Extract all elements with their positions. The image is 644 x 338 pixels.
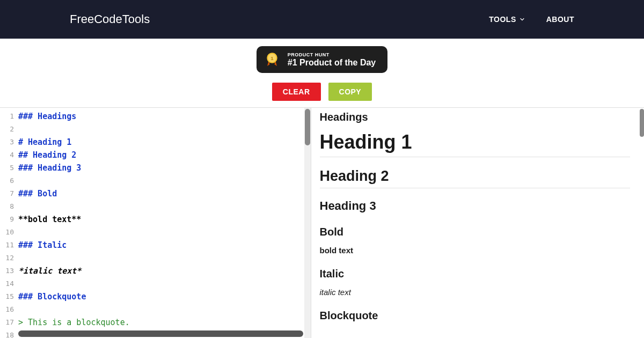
line-number: 15 [0,290,14,303]
code-line[interactable]: ### Bold [18,187,311,200]
line-number: 14 [0,277,14,290]
line-number: 17 [0,316,14,329]
editor-vscroll-thumb[interactable] [305,109,310,145]
line-number: 7 [0,187,14,200]
line-gutter: 123456789101112131415161718 [0,108,16,338]
line-number: 8 [0,200,14,213]
line-number: 10 [0,226,14,239]
line-number: 5 [0,161,14,174]
preview-vscrollbar[interactable] [640,108,644,338]
line-number: 9 [0,213,14,226]
badge-text: PRODUCT HUNT #1 Product of the Day [288,52,376,68]
line-number: 18 [0,329,14,338]
preview-h2: Heading 2 [320,168,631,188]
code-line[interactable]: ### Headings [18,110,311,123]
preview-vscroll-thumb[interactable] [640,109,644,137]
line-number: 3 [0,136,14,149]
code-line[interactable]: # Heading 1 [18,136,311,149]
editor-hscrollbar[interactable] [18,330,303,337]
nav-about[interactable]: ABOUT [546,15,574,24]
preview-h3: Heading 3 [320,199,631,213]
code-line[interactable]: ### Blockquote [18,290,311,303]
nav-tools[interactable]: TOOLS [489,15,524,24]
line-number: 1 [0,110,14,123]
line-number: 6 [0,174,14,187]
code-line[interactable] [18,174,311,187]
line-number: 11 [0,239,14,252]
badge-label: PRODUCT HUNT [288,52,376,57]
line-number: 16 [0,303,14,316]
line-number: 4 [0,149,14,161]
preview-italic-text: italic text [320,288,631,297]
code-line[interactable]: > This is a blockquote. [18,316,311,329]
code-line[interactable]: ### Italic [18,239,311,252]
markdown-preview: Headings Heading 1 Heading 2 Heading 3 B… [311,108,645,338]
code-line[interactable] [18,123,311,136]
code-line[interactable] [18,252,311,264]
svg-text:1: 1 [270,55,274,61]
preview-section-bold: Bold [320,226,631,238]
badge-container: 1 PRODUCT HUNT #1 Product of the Day [0,46,644,73]
top-header: FreeCodeTools TOOLS ABOUT [0,0,644,39]
product-hunt-badge[interactable]: 1 PRODUCT HUNT #1 Product of the Day [257,46,387,73]
nav: TOOLS ABOUT [489,15,574,24]
markdown-editor[interactable]: 123456789101112131415161718 ### Headings… [0,108,311,338]
copy-button[interactable]: COPY [328,83,372,101]
brand-logo[interactable]: FreeCodeTools [70,12,150,26]
clear-button[interactable]: CLEAR [272,83,321,101]
preview-section-blockquote: Blockquote [320,310,631,322]
action-buttons: CLEAR COPY [0,83,644,101]
code-line[interactable]: ## Heading 2 [18,149,311,161]
badge-main: #1 Product of the Day [288,58,376,68]
nav-tools-label: TOOLS [489,15,516,24]
code-line[interactable] [18,200,311,213]
preview-section-italic: Italic [320,268,631,280]
medal-icon: 1 [264,52,280,68]
editor-vscrollbar[interactable] [304,108,311,338]
code-line[interactable] [18,277,311,290]
line-number: 13 [0,264,14,277]
chevron-down-icon [519,17,525,22]
editor-panes: 123456789101112131415161718 ### Headings… [0,107,644,338]
preview-h1: Heading 1 [320,131,631,157]
preview-bold-text: bold text [320,246,631,255]
code-line[interactable] [18,303,311,316]
code-line[interactable]: **bold text** [18,213,311,226]
code-line[interactable]: *italic text* [18,264,311,277]
line-number: 12 [0,252,14,264]
code-line[interactable] [18,226,311,239]
line-number: 2 [0,123,14,136]
code-line[interactable]: ### Heading 3 [18,161,311,174]
preview-section-headings: Headings [320,111,631,123]
code-area[interactable]: ### Headings# Heading 1## Heading 2### H… [16,108,311,338]
